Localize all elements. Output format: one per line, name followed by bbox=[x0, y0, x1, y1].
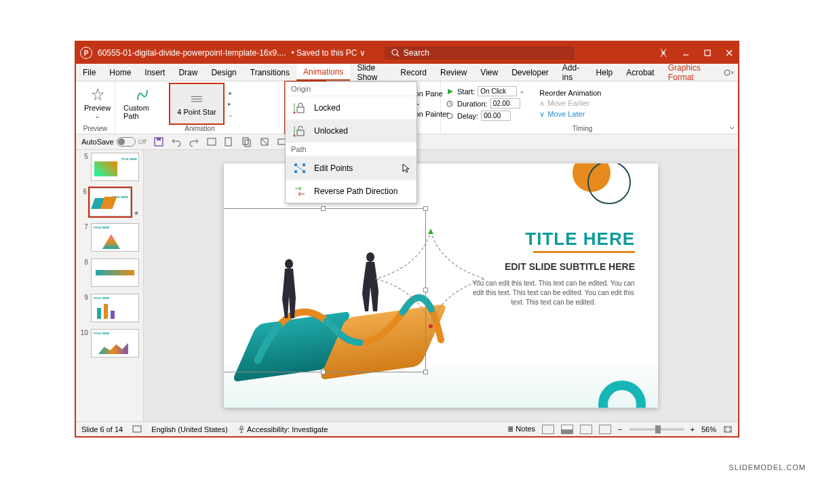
status-bar: Slide 6 of 14 English (United States) Ac… bbox=[76, 421, 738, 436]
autosave-toggle[interactable]: AutoSaveOff bbox=[81, 137, 147, 147]
slide-position[interactable]: Slide 6 of 14 bbox=[81, 425, 123, 433]
reading-view-button[interactable] bbox=[580, 425, 592, 434]
duration-input[interactable] bbox=[490, 98, 520, 109]
tab-record[interactable]: Record bbox=[393, 64, 433, 81]
redo-icon[interactable] bbox=[189, 136, 199, 147]
slide-title[interactable]: TITLE HERE bbox=[525, 229, 635, 253]
ribbon-display-options[interactable] bbox=[719, 64, 738, 81]
custom-path-button[interactable]: Custom Path bbox=[118, 83, 167, 124]
thumb-9[interactable]: TITLE HERE bbox=[91, 294, 139, 322]
dropdown-section-path: Path bbox=[286, 142, 416, 157]
decor-ring bbox=[587, 163, 631, 204]
thumb-10[interactable]: TITLE HERE bbox=[91, 329, 139, 357]
tab-graphics-format[interactable]: Graphics Format bbox=[661, 64, 719, 81]
slide-editor[interactable]: 1 TITLE HERE EDIT SLIDE SUBTITLE HERE bbox=[144, 150, 738, 421]
delay-input[interactable] bbox=[481, 111, 511, 121]
save-state[interactable]: • Saved to this PC ∨ bbox=[292, 48, 366, 58]
gallery-prev[interactable]: ◂ bbox=[228, 90, 233, 96]
notes-button[interactable]: ≣ Notes bbox=[507, 425, 535, 433]
slide-body-text[interactable]: You can edit this text. This text can be… bbox=[472, 279, 635, 307]
language-status[interactable]: English (United States) bbox=[151, 425, 228, 433]
dropdown-unlocked[interactable]: Unlocked bbox=[286, 119, 416, 142]
start-label: Start: bbox=[457, 88, 475, 96]
svg-line-1 bbox=[397, 54, 399, 56]
gallery-more[interactable]: ⌄ bbox=[228, 111, 233, 118]
svg-rect-34 bbox=[157, 138, 161, 140]
preview-button[interactable]: Preview⌄ bbox=[79, 83, 116, 124]
dropdown-edit-points[interactable]: Edit Points bbox=[286, 157, 416, 180]
duration-label: Duration: bbox=[457, 100, 488, 108]
tab-file[interactable]: File bbox=[76, 64, 102, 81]
tab-draw[interactable]: Draw bbox=[172, 64, 204, 81]
ribbon-tabs: File Home Insert Draw Design Transitions… bbox=[76, 64, 738, 81]
svg-marker-19 bbox=[448, 89, 453, 94]
svg-point-0 bbox=[392, 50, 398, 55]
search-box[interactable]: Search bbox=[385, 46, 575, 60]
zoom-slider[interactable] bbox=[629, 428, 684, 431]
svg-rect-30 bbox=[294, 170, 297, 173]
thumbnail-pane[interactable]: 5TITLE HERE 6TITLE HERE★ 7TITLE HERE 8 9… bbox=[76, 150, 144, 421]
svg-rect-37 bbox=[243, 138, 248, 144]
accessibility-status[interactable]: Accessibility: Investigate bbox=[237, 425, 328, 433]
tab-addins[interactable]: Add-ins bbox=[556, 64, 589, 81]
tab-insert[interactable]: Insert bbox=[138, 64, 172, 81]
close-button[interactable] bbox=[724, 48, 734, 58]
normal-view-button[interactable] bbox=[542, 425, 554, 434]
tab-slideshow[interactable]: Slide Show bbox=[350, 64, 393, 81]
thumb-5[interactable]: TITLE HERE bbox=[91, 153, 139, 181]
start-input[interactable] bbox=[478, 86, 517, 96]
mic-icon[interactable] bbox=[658, 47, 669, 58]
svg-point-24 bbox=[294, 112, 296, 114]
tab-transitions[interactable]: Transitions bbox=[244, 64, 296, 81]
slide-subtitle[interactable]: EDIT SLIDE SUBTITLE HERE bbox=[505, 261, 635, 272]
zoom-level[interactable]: 56% bbox=[701, 425, 716, 433]
svg-rect-22 bbox=[297, 107, 304, 113]
tab-view[interactable]: View bbox=[473, 64, 505, 81]
notes-indicator-icon bbox=[132, 425, 142, 433]
qat-icon-4[interactable] bbox=[206, 136, 217, 147]
tab-developer[interactable]: Developer bbox=[505, 64, 556, 81]
dropdown-reverse-path[interactable]: Reverse Path Direction bbox=[286, 180, 416, 203]
tab-home[interactable]: Home bbox=[102, 64, 138, 81]
svg-rect-36 bbox=[225, 138, 231, 146]
effect-options-dropdown: Origin Locked Unlocked Path Edit Points … bbox=[285, 81, 417, 203]
gallery-next[interactable]: ▸ bbox=[228, 100, 233, 107]
clock-icon bbox=[446, 100, 454, 107]
play-icon bbox=[446, 88, 454, 95]
zoom-out-button[interactable]: − bbox=[618, 425, 622, 433]
maximize-button[interactable] bbox=[703, 48, 712, 58]
qat-icon-7[interactable] bbox=[259, 136, 270, 147]
delay-label: Delay: bbox=[457, 112, 478, 120]
tab-animations[interactable]: Animations bbox=[296, 64, 350, 81]
move-earlier-button[interactable]: ∧ Move Earlier bbox=[539, 99, 601, 108]
ribbon: Preview⌄ Preview Custom Path 4 Point Sta… bbox=[76, 81, 738, 134]
svg-rect-29 bbox=[303, 163, 305, 166]
document-title: 60555-01-digital-divide-powerpoint-templ… bbox=[98, 48, 286, 58]
svg-rect-4 bbox=[705, 50, 710, 56]
qat-icon-6[interactable] bbox=[241, 136, 252, 147]
four-point-star-button[interactable]: 4 Point Star bbox=[170, 83, 224, 124]
ribbon-collapse-icon[interactable] bbox=[729, 124, 735, 131]
fit-to-window-button[interactable] bbox=[723, 425, 733, 433]
minimize-button[interactable] bbox=[681, 48, 691, 58]
svg-marker-8 bbox=[92, 89, 103, 100]
edit-points-icon bbox=[292, 161, 307, 175]
tab-help[interactable]: Help bbox=[589, 64, 620, 81]
dropdown-locked[interactable]: Locked bbox=[286, 96, 416, 119]
slideshow-view-button[interactable] bbox=[599, 425, 611, 434]
move-later-button[interactable]: ∨ Move Later bbox=[539, 110, 601, 119]
thumb-6[interactable]: TITLE HERE bbox=[90, 188, 131, 216]
svg-point-21 bbox=[447, 113, 452, 119]
zoom-in-button[interactable]: + bbox=[691, 425, 695, 433]
qat-icon-5[interactable] bbox=[224, 136, 235, 147]
dropdown-section-origin: Origin bbox=[286, 82, 416, 96]
svg-rect-51 bbox=[133, 426, 141, 432]
thumb-7[interactable]: TITLE HERE bbox=[91, 223, 139, 252]
undo-icon[interactable] bbox=[171, 136, 182, 147]
sorter-view-button[interactable] bbox=[561, 425, 573, 434]
tab-design[interactable]: Design bbox=[204, 64, 243, 81]
tab-review[interactable]: Review bbox=[433, 64, 473, 81]
thumb-8[interactable] bbox=[91, 258, 139, 287]
tab-acrobat[interactable]: Acrobat bbox=[619, 64, 661, 81]
save-icon[interactable] bbox=[153, 136, 164, 147]
